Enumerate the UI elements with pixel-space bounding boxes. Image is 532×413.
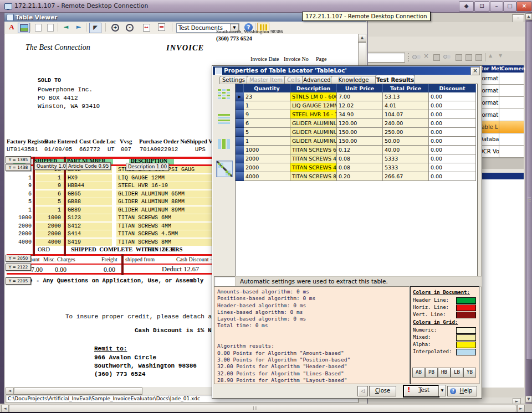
cells-view-icon[interactable]: [216, 87, 232, 102]
grid-cell[interactable]: GLIDER ALUMINU: [290, 128, 337, 137]
grid-header-discount[interactable]: Discount: [429, 84, 476, 92]
tab-advanced[interactable]: Advanced: [302, 76, 332, 84]
grid-header-unit-price[interactable]: Unit Price: [337, 84, 383, 92]
grid-cell[interactable]: 0.00: [429, 137, 476, 146]
move-down-icon[interactable]: ▼: [499, 53, 502, 58]
image-mode-icon[interactable]: [18, 23, 30, 33]
grid-cell[interactable]: 0.00: [429, 92, 476, 101]
row-selector[interactable]: [236, 172, 244, 181]
scroll-left-icon[interactable]: ◄: [1, 405, 9, 412]
connection-info-icon[interactable]: ◆: [459, 1, 474, 12]
back-button[interactable]: ◁: [357, 386, 368, 396]
test-doc-icon[interactable]: [456, 54, 462, 61]
grid-cell[interactable]: 0.20: [337, 172, 383, 181]
test-dropdown-icon[interactable]: ▼: [438, 385, 446, 396]
grid-cell[interactable]: 150.00: [337, 128, 383, 137]
find-icon[interactable]: [412, 55, 417, 59]
grid-cell[interactable]: 1: [244, 137, 290, 146]
maximize-icon[interactable]: □: [503, 1, 516, 12]
test-button[interactable]: ! Test: [403, 385, 439, 397]
grid-cell[interactable]: 0.08: [337, 163, 383, 172]
row-selector[interactable]: [236, 128, 244, 137]
grid-cell[interactable]: 40.00: [383, 146, 429, 154]
grid-cell[interactable]: 5: [244, 128, 290, 137]
properties-icon[interactable]: [433, 54, 440, 61]
row-selector[interactable]: [236, 110, 244, 119]
grid-cell[interactable]: 34.90: [337, 110, 383, 119]
test-results-grid[interactable]: Quantity Description Unit Price Total Pr…: [235, 84, 478, 277]
zoom-out-icon[interactable]: -: [124, 23, 135, 32]
grid-cell[interactable]: TITAN SCREWS 8: [290, 172, 337, 181]
grid-cell[interactable]: TITAN SCREWS 4: [290, 154, 337, 163]
grid-cell[interactable]: 2000: [244, 163, 290, 172]
row-selector[interactable]: [236, 146, 244, 154]
yb-button[interactable]: YB: [463, 368, 476, 378]
grid-cell[interactable]: 0.00: [429, 163, 476, 172]
grid-cell[interactable]: 5333: [383, 154, 429, 163]
grid-cell[interactable]: 2000: [244, 154, 290, 163]
zoom-in-icon[interactable]: +: [110, 23, 121, 32]
pb-button[interactable]: PB: [425, 368, 438, 378]
grid-cell[interactable]: 104.07: [383, 110, 429, 119]
grid-cell[interactable]: 5333: [383, 163, 429, 172]
grid-cell[interactable]: 4000: [244, 172, 290, 181]
grid-cell[interactable]: STEEL HVR 16 - 19: [290, 110, 337, 119]
grid-cell[interactable]: 50.00: [383, 137, 429, 146]
scroll-up-icon[interactable]: ▲: [525, 13, 532, 20]
grid-cell[interactable]: 23: [244, 92, 290, 101]
row-selector[interactable]: [236, 101, 244, 110]
grid-header-quantity[interactable]: Quantity: [244, 84, 290, 92]
grid-cell[interactable]: 266.67: [383, 172, 429, 181]
select-cursor-icon[interactable]: ◤: [89, 23, 101, 33]
rdp-hscrollbar[interactable]: ◄ ►: [0, 404, 525, 412]
grid-cell[interactable]: 0.08: [337, 154, 383, 163]
right-panel-selected-band[interactable]: [477, 173, 524, 179]
lb-button[interactable]: LB: [451, 368, 463, 378]
locator-row[interactable]: Format: [477, 109, 524, 121]
ab-button[interactable]: AB: [412, 368, 425, 378]
scroll-left-icon[interactable]: ◄: [6, 388, 14, 395]
locator-row[interactable]: Format: [477, 73, 524, 85]
minimize-icon[interactable]: –: [490, 1, 503, 12]
grid-cell[interactable]: 6: [244, 119, 290, 128]
right-window-minimize-button[interactable]: –: [512, 14, 524, 23]
scroll-up-icon[interactable]: ▲: [358, 34, 366, 42]
row-selector[interactable]: ▶: [236, 92, 244, 101]
rdp-vscrollbar[interactable]: ▲ ▼: [525, 12, 532, 404]
grid-cell[interactable]: 53.13: [383, 92, 429, 101]
tab-settings[interactable]: Settings: [219, 76, 248, 84]
grid-cell[interactable]: 12.02: [337, 101, 383, 110]
vscroll-thumb[interactable]: [358, 42, 366, 66]
row-selector[interactable]: [236, 163, 244, 172]
hscroll-thumb[interactable]: [14, 388, 142, 395]
grid-cell[interactable]: 1000: [244, 146, 290, 154]
hb-button[interactable]: HB: [438, 368, 451, 378]
prev-page-icon[interactable]: [33, 23, 44, 32]
grid-cell[interactable]: 9: [244, 110, 290, 119]
row-selector[interactable]: [236, 137, 244, 146]
delete-icon[interactable]: ×: [423, 52, 429, 60]
locator-row[interactable]: OCR Vo: [477, 146, 524, 158]
text-mode-icon[interactable]: A: [6, 23, 17, 32]
locator-row-selected[interactable]: Table L: [477, 121, 524, 133]
tab-cells[interactable]: Cells: [284, 76, 303, 84]
grid-header-total-price[interactable]: Total Price: [383, 84, 429, 92]
grid-cell[interactable]: TITAN SCREWS 6: [290, 146, 337, 154]
scroll-right-icon[interactable]: ►: [517, 405, 525, 412]
grid-cell[interactable]: 0.00: [429, 154, 476, 163]
mixed-view-icon[interactable]: [216, 161, 233, 177]
fit-page-icon[interactable]: [156, 23, 167, 32]
grid-cell[interactable]: 0.00: [429, 119, 476, 128]
grid-cell[interactable]: 0.12: [337, 146, 383, 154]
next-doc-icon[interactable]: ►: [73, 23, 84, 32]
hscroll-thumb[interactable]: [9, 405, 516, 412]
row-selector[interactable]: [236, 154, 244, 163]
locator-row[interactable]: Format: [477, 97, 524, 109]
grid-cell[interactable]: GLIDER ALUMINU: [290, 119, 337, 128]
grid-cell[interactable]: 4.01: [383, 101, 429, 110]
find-next-icon[interactable]: [443, 55, 447, 59]
next-page-icon[interactable]: [45, 23, 56, 32]
grid-cell[interactable]: GLIDER ALUMINU: [290, 137, 337, 146]
fit-width-icon[interactable]: ↔: [141, 23, 152, 32]
columns-layout-icon[interactable]: [216, 136, 232, 152]
